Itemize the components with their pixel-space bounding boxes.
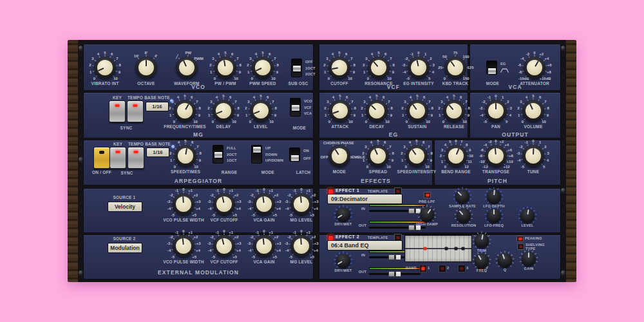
led-icon — [519, 245, 522, 248]
peaking-button[interactable] — [516, 236, 524, 242]
fx1-level-label: LEVEL — [521, 223, 533, 227]
tune-label: TUNE — [527, 169, 540, 174]
led-icon — [518, 238, 522, 240]
s1-vca-gain-label: VCA GAIN — [253, 218, 274, 222]
switch-handle[interactable] — [291, 155, 299, 161]
effect1-in-label: IN — [361, 207, 365, 211]
led-icon — [460, 267, 464, 270]
pre-lpf-label: PRE-LPF — [419, 200, 435, 204]
led-icon — [397, 190, 400, 193]
mg-key-button[interactable] — [109, 100, 126, 122]
source1-display[interactable]: Velocity — [108, 202, 142, 212]
synth-unit: VCO VCF VCA MG EG OUTPUT ARPEGGIATOR EFF… — [68, 40, 576, 282]
effect2-in-label: IN — [361, 253, 365, 257]
pw-pwm-label: PW / PWM — [214, 81, 236, 86]
dot-icon — [99, 151, 104, 154]
source2-display[interactable]: Modulation — [108, 243, 142, 253]
eq-band-3-dot[interactable] — [455, 247, 458, 251]
effects-section-title: EFFECTS — [319, 178, 433, 184]
band-2-label: 2 — [447, 266, 449, 270]
attenuator-label: ATTENUATOR — [520, 81, 549, 86]
mg-key-label: KEY — [113, 95, 122, 100]
s1-vco-pulse-width-label: VCO PULSE WIDTH — [163, 218, 204, 222]
sample-rate-label: SAMPLE RATE — [449, 204, 476, 208]
eg-section-title: EG — [319, 131, 468, 138]
screw-icon — [79, 270, 83, 275]
eq-band-1-dot[interactable] — [423, 247, 426, 251]
sustain-label: SUSTAIN — [408, 124, 426, 129]
arp-base-note-display[interactable]: 1/16 — [146, 147, 169, 157]
arp-key-button[interactable] — [109, 147, 126, 169]
arp-on-off-button[interactable] — [93, 147, 110, 169]
led-icon — [426, 194, 429, 196]
attack-label: ATTACK — [332, 124, 349, 129]
arp-tempo-label: TEMPO — [128, 142, 144, 146]
effect1-preset-display[interactable]: 09:Decimator — [327, 194, 402, 204]
waveform-label: WAVEFORM — [174, 81, 199, 86]
led-icon — [422, 267, 425, 270]
fx2-dry-wet-label: DRY/WET — [335, 269, 352, 272]
transpose-label: TRANSPOSE — [482, 169, 509, 174]
effect2-template-label: TEMPLATE — [368, 236, 388, 240]
arp-sync-label: SYNC — [121, 171, 133, 175]
switch-handle[interactable] — [214, 152, 222, 158]
s2-mg-level-label: MG LEVEL — [290, 260, 313, 264]
switch-handle[interactable] — [293, 66, 301, 71]
mg-level-label: LEVEL — [254, 124, 268, 129]
effect2-preset-display[interactable]: 06:4 Band EQ — [327, 240, 402, 251]
effect1-out-label: OUT — [359, 223, 366, 227]
pitch-section-title: PITCH — [434, 178, 561, 184]
led-icon — [115, 104, 120, 107]
arpeggiator-section-title: ARPEGGIATOR — [83, 178, 314, 184]
switch-handle[interactable] — [253, 147, 261, 153]
switch-handle[interactable] — [488, 68, 496, 74]
band-1-label: 1 — [428, 266, 430, 270]
band-2-button[interactable] — [439, 265, 446, 272]
arp-tempo-button[interactable] — [128, 147, 144, 169]
screw-icon — [561, 188, 565, 193]
shelving-type-button[interactable] — [517, 243, 524, 250]
bend-range-label: BEND RANGE — [441, 169, 471, 174]
mg-base-note-display[interactable]: 1/16 — [146, 102, 169, 111]
screw-icon — [79, 46, 83, 50]
eq-band-2-dot[interactable] — [444, 247, 448, 251]
band-1-button[interactable] — [419, 265, 427, 272]
switch-handle[interactable] — [292, 105, 299, 111]
volume-label: VOLUME — [524, 124, 542, 129]
peaking-label: PEAKING — [525, 236, 542, 240]
arp-range-label: RANGE — [222, 170, 237, 175]
decay-label: DECAY — [369, 124, 384, 129]
band-label: BAND — [406, 266, 417, 270]
resonance-label: RESONANCE — [365, 81, 392, 86]
band-3-button[interactable] — [458, 265, 466, 272]
mg-delay-label: DELAY — [216, 124, 231, 129]
pre-lpf-button[interactable] — [424, 192, 431, 198]
speed-intensity-label: SPEED/INTENSITY — [397, 169, 437, 174]
output-section-title: OUTPUT — [469, 131, 561, 138]
band-3-label: 3 — [466, 266, 468, 270]
screw-icon — [79, 157, 83, 162]
frequency-times-label: FREQUENCY/TIMES — [164, 124, 205, 129]
arp-on-off-label: ON / OFF — [92, 170, 111, 175]
s1-mg-level-label: MG LEVEL — [290, 218, 313, 222]
source1-label: SOURCE 1 — [113, 195, 136, 200]
arp-base-note-label: BASE NOTE — [145, 142, 171, 146]
eq-band-4-dot[interactable] — [461, 247, 464, 251]
effect2-out-slider-handle[interactable] — [388, 271, 401, 277]
effect2-in-slider-handle[interactable] — [388, 254, 401, 260]
fx-mode-label: MODE — [333, 169, 346, 174]
arp-latch-label: LATCH — [296, 170, 311, 175]
mg-tempo-button[interactable] — [127, 100, 144, 122]
lfo-freq-label: LFO-FREQ — [484, 223, 504, 227]
source2-label: SOURCE 2 — [113, 236, 136, 241]
effect2-title: EFFECT 2 — [336, 234, 359, 239]
s2-vcf-cutoff-label: VCF CUTOFF — [210, 260, 238, 264]
freq-label: FREQ — [477, 269, 487, 272]
mg-base-note-label: BASE NOTE — [144, 95, 170, 100]
knob-pointer-icon — [493, 209, 495, 214]
kbd-track-label: KBD TRACK — [442, 81, 468, 86]
gate-shape-icon — [500, 68, 509, 73]
effect1-template-label: TEMPLATE — [368, 189, 388, 193]
eq-display[interactable] — [404, 235, 472, 262]
shelving-type-label: SHELVING TYPE — [526, 243, 550, 251]
